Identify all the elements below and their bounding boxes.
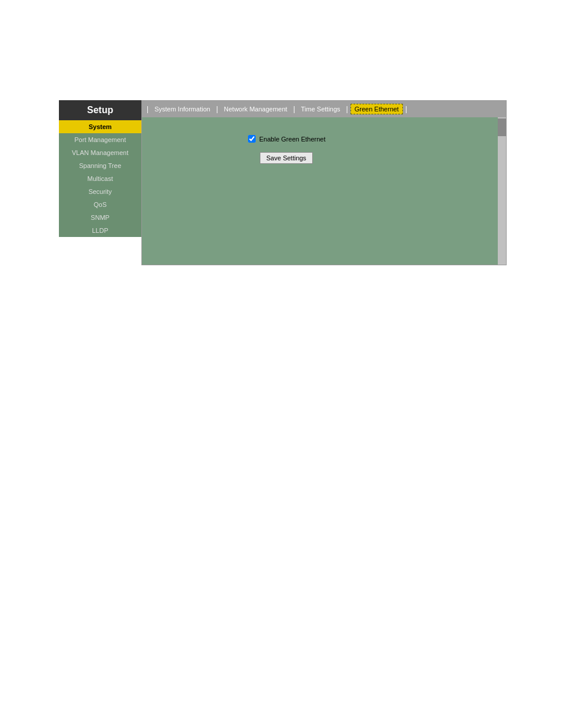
tab-bar: | System Information | Network Managemen…	[142, 101, 506, 117]
sidebar: Setup System Port Management VLAN Manage…	[59, 100, 141, 265]
sidebar-item-spanning-tree[interactable]: Spanning Tree	[59, 159, 141, 172]
enable-green-ethernet-label[interactable]: Enable Green Ethernet	[248, 135, 326, 143]
save-settings-button[interactable]: Save Settings	[260, 152, 313, 164]
save-settings-row: Save Settings	[260, 152, 494, 164]
tab-separator-4: |	[346, 105, 348, 113]
sidebar-item-snmp[interactable]: SNMP	[59, 211, 141, 224]
scrollbar-thumb[interactable]	[498, 118, 506, 136]
sidebar-item-security[interactable]: Security	[59, 185, 141, 198]
enable-green-ethernet-row: Enable Green Ethernet	[248, 135, 494, 143]
ui-container: Setup System Port Management VLAN Manage…	[59, 100, 507, 265]
sidebar-item-qos[interactable]: QoS	[59, 198, 141, 211]
tab-separator-1: |	[147, 105, 148, 113]
enable-green-ethernet-checkbox[interactable]	[248, 135, 256, 143]
sidebar-item-lldp[interactable]: LLDP	[59, 224, 141, 237]
tab-separator-5: |	[405, 105, 407, 113]
page-wrapper: Setup System Port Management VLAN Manage…	[0, 0, 562, 728]
sidebar-title: Setup	[87, 105, 113, 115]
tab-green-ethernet[interactable]: Green Ethernet	[351, 104, 403, 114]
content-area: Enable Green Ethernet Save Settings	[142, 117, 506, 265]
tab-separator-2: |	[216, 105, 218, 113]
main-content: | System Information | Network Managemen…	[141, 100, 507, 265]
scrollbar-track[interactable]	[498, 117, 506, 265]
tab-separator-3: |	[293, 105, 295, 113]
tab-network-management[interactable]: Network Management	[220, 104, 291, 114]
sidebar-item-port-management[interactable]: Port Management	[59, 133, 141, 146]
enable-green-ethernet-text: Enable Green Ethernet	[259, 136, 326, 143]
sidebar-item-vlan-management[interactable]: VLAN Management	[59, 146, 141, 159]
tab-system-information[interactable]: System Information	[151, 104, 214, 114]
sidebar-header: Setup	[59, 100, 141, 120]
tab-time-settings[interactable]: Time Settings	[297, 104, 344, 114]
sidebar-item-system[interactable]: System	[59, 120, 141, 133]
sidebar-item-multicast[interactable]: Multicast	[59, 172, 141, 185]
